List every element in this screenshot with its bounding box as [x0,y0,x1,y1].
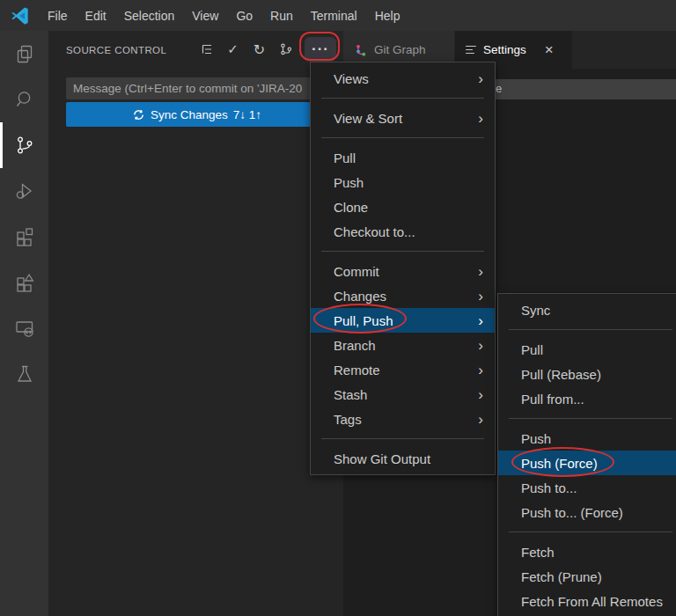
git-graph-toolbar-icon[interactable] [278,42,293,57]
vscode-logo-icon [11,6,30,26]
menu-item-clone[interactable]: Clone [311,194,495,219]
menu-item-view-and-sort[interactable]: View & Sort [311,106,495,130]
remote-explorer-icon[interactable] [0,305,48,351]
extension-pack-icon[interactable] [0,260,48,305]
menubar-item-terminal[interactable]: Terminal [302,0,366,31]
submenu-item-pull-from[interactable]: Pull from... [498,386,676,411]
submenu-item-sync[interactable]: Sync [498,297,676,322]
menu-item-changes[interactable]: Changes [311,283,495,308]
submenu-item-push-to[interactable]: Push to... [498,475,676,500]
menu-separator [321,137,484,138]
menu-separator [509,532,672,532]
tab-label: Settings [483,43,526,56]
vscode-window: File Edit Selection View Go Run Terminal… [0,0,676,616]
scm-more-actions-menu: Views View & Sort Pull Push Clone Checko… [310,62,496,475]
panel-header: SOURCE CONTROL [48,31,343,69]
submenu-chevron-icon [478,289,483,304]
submenu-chevron-icon [478,313,483,328]
menubar-item-file[interactable]: File [39,0,77,31]
activity-bar [0,31,48,616]
source-control-icon[interactable] [0,122,48,168]
submenu-item-fetch-from-all-remotes[interactable]: Fetch From All Remotes [498,589,676,613]
submenu-chevron-icon [478,71,483,86]
menu-item-push[interactable]: Push [311,170,495,194]
menu-item-pull-push[interactable]: Pull, Push [311,308,495,333]
menu-separator [321,251,484,252]
submenu-chevron-icon [478,363,483,378]
menubar-item-view[interactable]: View [183,0,227,31]
menu-item-checkout-to[interactable]: Checkout to... [311,219,495,244]
sync-changes-label: Sync Changes [151,108,228,121]
menu-item-stash[interactable]: Stash [311,382,495,407]
panel-title: SOURCE CONTROL [66,45,166,55]
view-as-tree-icon[interactable] [199,42,214,57]
menu-item-remote[interactable]: Remote [311,357,495,382]
submenu-item-pull[interactable]: Pull [498,337,676,362]
menubar-item-edit[interactable]: Edit [77,0,115,31]
run-and-debug-icon[interactable] [0,168,48,214]
explorer-icon[interactable] [0,31,48,77]
refresh-icon[interactable] [252,42,267,57]
active-view-indicator [0,122,3,168]
submenu-item-push[interactable]: Push [498,426,676,451]
menu-item-pull[interactable]: Pull [311,145,495,170]
submenu-chevron-icon [478,111,483,126]
extensions-icon[interactable] [0,214,48,260]
source-control-panel: SOURCE CONTROL Message (Ctrl+Enter to co… [48,31,343,616]
submenu-chevron-icon [478,412,483,427]
menu-item-views[interactable]: Views [311,66,495,91]
testing-icon[interactable] [0,351,48,397]
menubar-item-go[interactable]: Go [227,0,261,31]
submenu-item-fetch-prune[interactable]: Fetch (Prune) [498,564,676,589]
sync-changes-button[interactable]: Sync Changes 7↓ 1↑ [66,102,327,127]
scm-toolbar [199,35,336,63]
title-bar: File Edit Selection View Go Run Terminal… [0,0,676,31]
menubar-item-selection[interactable]: Selection [115,0,184,31]
submenu-item-push-to-force[interactable]: Push to... (Force) [498,500,676,524]
menu-item-show-git-output[interactable]: Show Git Output [311,446,495,471]
submenu-item-pull-rebase[interactable]: Pull (Rebase) [498,362,676,386]
submenu-chevron-icon [478,387,483,402]
menubar-item-run[interactable]: Run [261,0,302,31]
menubar-item-help[interactable]: Help [366,0,409,31]
pull-push-submenu: Sync Pull Pull (Rebase) Pull from... Pus… [497,293,676,616]
more-actions-button[interactable] [305,37,336,62]
close-tab-icon[interactable] [541,42,557,58]
search-icon[interactable] [0,77,48,122]
submenu-item-push-force[interactable]: Push (Force) [498,451,676,475]
menu-item-tags[interactable]: Tags [311,407,495,431]
settings-search-text: e [496,82,502,95]
tab-label: Git Graph [374,43,426,56]
sync-icon [132,108,145,121]
submenu-item-fetch[interactable]: Fetch [498,539,676,564]
git-graph-tab-icon [354,43,368,57]
menu-separator [509,329,672,330]
submenu-chevron-icon [478,338,483,353]
settings-tab-icon [466,43,477,55]
menu-separator [321,98,484,99]
sync-counts: 7↓ 1↑ [233,108,261,121]
menu-separator [321,438,484,439]
menu-separator [509,418,672,419]
submenu-chevron-icon [478,264,483,279]
menu-item-commit[interactable]: Commit [311,259,495,283]
menu-item-branch[interactable]: Branch [311,333,495,357]
commit-check-icon[interactable] [225,42,240,57]
commit-message-input[interactable]: Message (Ctrl+Enter to commit on 'JIRA-2… [66,77,327,99]
